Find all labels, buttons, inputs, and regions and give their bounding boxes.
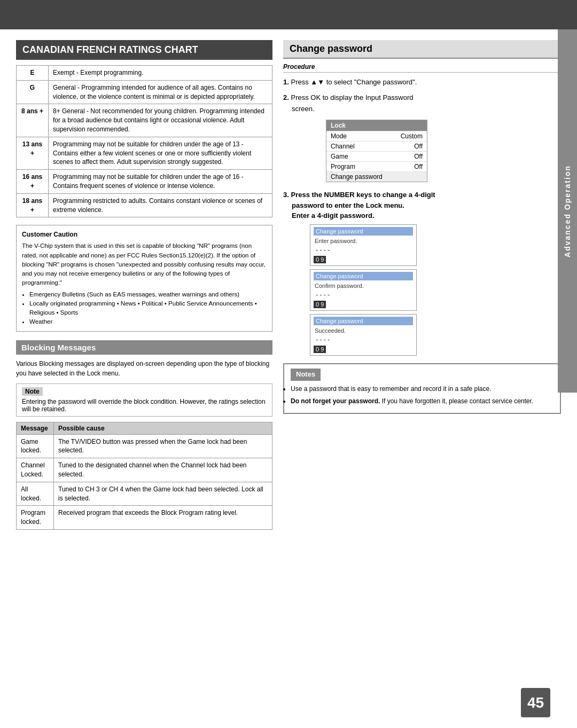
pw-box-title: Change password xyxy=(314,227,413,236)
pw-dashes: ---- xyxy=(314,289,413,300)
caution-bullet: Weather xyxy=(29,317,267,326)
caution-title: Customer Caution xyxy=(22,230,267,239)
lock-menu-row: ProgramOff xyxy=(326,161,427,171)
caution-bullet: Emergency Bulletins (Such as EAS message… xyxy=(29,290,267,299)
rating-code: G xyxy=(17,80,49,104)
caution-bullet: Locally originated programming • News • … xyxy=(29,299,267,318)
lock-menu-row: ModeCustom xyxy=(326,131,427,141)
message-row: Game locked. The TV/VIDEO button was pre… xyxy=(17,434,272,458)
lock-menu: Lock ModeCustomChannelOffGameOffProgramO… xyxy=(326,120,427,182)
note-title: Note xyxy=(22,387,43,396)
message-cause: Tuned to CH 3 or CH 4 when the Game lock… xyxy=(54,482,272,506)
message-cause: The TV/VIDEO button was pressed when the… xyxy=(54,434,272,458)
pw-entry-box: Change password Succeeded. ---- 0 9 xyxy=(310,314,417,356)
message-code: Channel Locked. xyxy=(17,458,54,482)
messages-col2-header: Possible cause xyxy=(54,422,272,434)
message-code: All locked. xyxy=(17,482,54,506)
pw-box-sub: Enter password. xyxy=(314,237,413,245)
rating-code: 13 ans + xyxy=(17,137,49,169)
rating-code: 8 ans + xyxy=(17,104,49,137)
lock-menu-row: ChannelOff xyxy=(326,141,427,151)
pw-entry-box: Change password Enter password. ---- 0 9 xyxy=(310,224,417,266)
right-column: Change password Procedure 1. Press ▲▼ to… xyxy=(283,40,561,530)
ratings-row: 18 ans + Programming restricted to adult… xyxy=(17,193,272,217)
lock-row-value: Off xyxy=(414,143,423,150)
pw-box-title: Change password xyxy=(314,317,413,325)
rating-code: 18 ans + xyxy=(17,193,49,217)
blocking-header: Blocking Messages xyxy=(16,340,272,355)
top-bar xyxy=(0,0,577,29)
message-row: Channel Locked. Tuned to the designated … xyxy=(17,458,272,482)
lock-menu-title: Lock xyxy=(326,120,427,131)
step2-text-line2: screen. xyxy=(292,105,315,113)
pw-box-title: Change password xyxy=(314,272,413,280)
messages-table: Message Possible cause Game locked. The … xyxy=(16,422,272,530)
blocking-header-label: Blocking Messages xyxy=(21,343,96,352)
ratings-row: G General - Programming intended for aud… xyxy=(17,80,272,104)
step3-line3: Enter a 4-digit password. xyxy=(292,212,375,220)
step-2: 2. Press OK to display the Input Passwor… xyxy=(283,92,561,115)
notes-item: Do not forget your password. If you have… xyxy=(291,396,553,406)
pw-dashes: ---- xyxy=(314,245,413,255)
ratings-row: 16 ans + Programming may not be suitable… xyxy=(17,170,272,194)
page-number-value: 45 xyxy=(527,694,544,711)
ratings-row: 8 ans + 8+ General - Not recommended for… xyxy=(17,104,272,137)
step1-text: Press ▲▼ to select "Change password". xyxy=(291,78,417,86)
message-row: All locked. Tuned to CH 3 or CH 4 when t… xyxy=(17,482,272,506)
message-cause: Received program that exceeds the Block … xyxy=(54,506,272,530)
rating-desc: General - Programming intended for audie… xyxy=(49,80,272,104)
sidebar-label: Advanced Operation xyxy=(563,165,572,257)
left-column: CANADIAN FRENCH RATINGS CHART E Exempt -… xyxy=(16,40,272,530)
lock-row-value: Off xyxy=(414,163,423,170)
rating-code: E xyxy=(17,66,49,81)
page-number: 45 xyxy=(521,688,550,717)
note-box: Note Entering the password will override… xyxy=(16,383,272,417)
message-row: Program locked. Received program that ex… xyxy=(17,506,272,530)
rating-desc: Exempt - Exempt programming. xyxy=(49,66,272,81)
messages-col1-header: Message xyxy=(17,422,54,434)
pw-entry-box: Change password Confirm password. ---- 0… xyxy=(310,269,417,311)
ratings-title: CANADIAN FRENCH RATINGS CHART xyxy=(22,44,198,55)
pw-nums: 0 9 xyxy=(314,256,326,263)
pw-dashes: ---- xyxy=(314,334,413,345)
pw-box-sub: Succeeded. xyxy=(314,327,413,334)
message-code: Program locked. xyxy=(17,506,54,530)
lock-menu-row: Change password xyxy=(326,171,427,182)
notes-box: Notes Use a password that is easy to rem… xyxy=(283,363,561,414)
rating-desc: Programming may not be suitable for chil… xyxy=(49,170,272,194)
procedure-label: Procedure xyxy=(283,63,561,73)
lock-row-label: Change password xyxy=(331,173,383,181)
rating-code: 16 ans + xyxy=(17,170,49,194)
rating-desc: Programming may not be suitable for chil… xyxy=(49,137,272,169)
pw-entry-groups: Change password Enter password. ---- 0 9… xyxy=(310,224,417,356)
ratings-table: E Exempt - Exempt programming. G General… xyxy=(16,65,272,217)
ratings-row: E Exempt - Exempt programming. xyxy=(17,66,272,81)
advanced-operation-sidebar: Advanced Operation xyxy=(558,29,577,393)
lock-row-label: Channel xyxy=(331,143,355,150)
step-3: 3. Press the NUMBER keys to change a 4-d… xyxy=(283,190,561,221)
rating-desc: 8+ General - Not recommended for young c… xyxy=(49,104,272,137)
lock-row-label: Mode xyxy=(331,132,347,140)
lock-row-value: Off xyxy=(414,153,423,160)
notes-title: Notes xyxy=(291,369,321,381)
caution-box: Customer Caution The V-Chip system that … xyxy=(16,225,272,331)
notes-item: Use a password that is easy to remember … xyxy=(291,384,553,394)
caution-bullets: Emergency Bulletins (Such as EAS message… xyxy=(29,290,267,327)
lock-row-label: Game xyxy=(331,153,348,160)
pw-nums: 0 9 xyxy=(314,301,326,308)
blocking-description: Various Blocking messages are displayed … xyxy=(16,359,272,378)
step-1: 1. Press ▲▼ to select "Change password". xyxy=(283,77,561,88)
lock-row-value: Custom xyxy=(401,132,423,140)
notes-list: Use a password that is easy to remember … xyxy=(291,384,553,406)
ratings-row: 13 ans + Programming may not be suitable… xyxy=(17,137,272,169)
step3-line2: password to enter the Lock menu. xyxy=(292,201,404,209)
ratings-section-header: CANADIAN FRENCH RATINGS CHART xyxy=(16,40,272,60)
lock-row-label: Program xyxy=(331,163,355,170)
pw-nums: 0 9 xyxy=(314,346,326,353)
step2-text-line1: Press OK to display the Input Password xyxy=(291,93,413,101)
rating-desc: Programming restricted to adults. Contai… xyxy=(49,193,272,217)
note-text: Entering the password will override the … xyxy=(22,398,267,413)
change-password-header: Change password xyxy=(283,40,561,59)
message-code: Game locked. xyxy=(17,434,54,458)
change-pw-title: Change password xyxy=(290,43,372,54)
